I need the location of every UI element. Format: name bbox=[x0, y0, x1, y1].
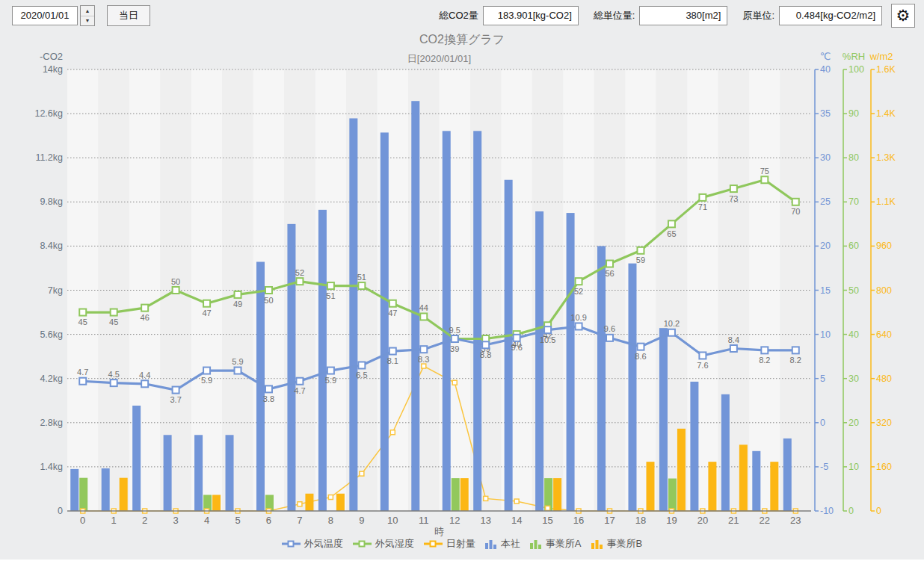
svg-text:47: 47 bbox=[388, 309, 397, 317]
svg-text:70: 70 bbox=[848, 196, 859, 207]
svg-text:23: 23 bbox=[790, 515, 801, 526]
svg-text:11: 11 bbox=[419, 515, 429, 526]
svg-text:10: 10 bbox=[848, 462, 859, 472]
legend-item-temp[interactable]: 外気温度 bbox=[282, 537, 343, 551]
svg-text:12.6kg: 12.6kg bbox=[34, 108, 63, 119]
svg-text:8.8: 8.8 bbox=[480, 350, 491, 359]
svg-text:15: 15 bbox=[542, 515, 552, 526]
legend-item-office-b[interactable]: 事業所B bbox=[591, 537, 643, 551]
legend-label-temp: 外気温度 bbox=[304, 537, 343, 551]
humidity-axis: 1009080706050403020100%RH bbox=[843, 51, 865, 516]
svg-text:2: 2 bbox=[142, 515, 147, 526]
svg-text:10.5: 10.5 bbox=[540, 335, 555, 344]
total-unit-value: 380[m2] bbox=[639, 6, 727, 25]
svg-text:50: 50 bbox=[171, 277, 180, 286]
temp-line-icon bbox=[282, 539, 301, 548]
svg-text:-10: -10 bbox=[820, 506, 834, 516]
svg-text:℃: ℃ bbox=[820, 51, 831, 62]
svg-text:9: 9 bbox=[359, 515, 364, 526]
svg-text:46: 46 bbox=[141, 313, 150, 322]
svg-text:20: 20 bbox=[697, 515, 708, 526]
svg-text:40: 40 bbox=[820, 64, 831, 75]
svg-text:59: 59 bbox=[636, 255, 645, 264]
date-input[interactable]: 2020/01/01 bbox=[12, 6, 78, 25]
svg-text:8.2: 8.2 bbox=[790, 356, 801, 365]
svg-text:70: 70 bbox=[791, 207, 800, 216]
svg-text:7: 7 bbox=[297, 515, 302, 526]
svg-text:16: 16 bbox=[573, 515, 584, 526]
svg-text:2.8kg: 2.8kg bbox=[40, 418, 63, 428]
svg-text:10: 10 bbox=[820, 329, 831, 340]
svg-text:7.6: 7.6 bbox=[697, 361, 708, 370]
svg-text:0: 0 bbox=[80, 515, 85, 526]
svg-text:8: 8 bbox=[328, 515, 333, 526]
svg-text:4.5: 4.5 bbox=[108, 370, 120, 379]
svg-text:4.2kg: 4.2kg bbox=[40, 374, 63, 384]
legend-item-solar[interactable]: 日射量 bbox=[424, 537, 475, 551]
svg-text:50: 50 bbox=[848, 285, 859, 296]
svg-text:47: 47 bbox=[202, 309, 211, 317]
legend-label-office-b: 事業所B bbox=[607, 537, 643, 551]
humidity-line-icon bbox=[353, 539, 372, 548]
legend-label-head-office: 本社 bbox=[501, 537, 520, 551]
svg-text:21: 21 bbox=[728, 515, 739, 526]
svg-text:5: 5 bbox=[820, 374, 825, 384]
svg-text:8.4kg: 8.4kg bbox=[40, 241, 63, 251]
gear-icon: ⚙ bbox=[896, 7, 911, 24]
svg-text:100: 100 bbox=[848, 64, 864, 75]
svg-text:20: 20 bbox=[848, 418, 859, 428]
date-spinner-down-icon[interactable]: ▼ bbox=[81, 16, 94, 26]
temp-axis: 4035302520151050-5-10℃ bbox=[815, 51, 834, 516]
svg-text:480: 480 bbox=[876, 374, 892, 384]
legend-item-office-a[interactable]: 事業所A bbox=[530, 537, 582, 551]
svg-text:51: 51 bbox=[357, 273, 366, 282]
svg-text:1.1K: 1.1K bbox=[876, 196, 896, 207]
svg-text:40: 40 bbox=[848, 329, 859, 340]
settings-button[interactable]: ⚙ bbox=[891, 4, 915, 28]
svg-text:3.7: 3.7 bbox=[170, 395, 181, 404]
svg-text:時: 時 bbox=[434, 526, 444, 536]
svg-text:0: 0 bbox=[876, 506, 881, 516]
svg-text:640: 640 bbox=[876, 329, 892, 340]
total-co2-value: 183.901[kg-CO2] bbox=[483, 6, 579, 25]
svg-text:8.3: 8.3 bbox=[418, 355, 429, 364]
office-a-bars-icon bbox=[530, 539, 542, 549]
footer-strip bbox=[0, 560, 924, 564]
svg-text:56: 56 bbox=[605, 269, 614, 278]
svg-text:17: 17 bbox=[604, 515, 615, 526]
svg-text:10: 10 bbox=[387, 515, 398, 526]
svg-text:51: 51 bbox=[326, 291, 335, 300]
svg-text:12: 12 bbox=[449, 515, 460, 526]
svg-text:52: 52 bbox=[295, 268, 304, 277]
total-co2-label: 総CO2量 bbox=[439, 9, 478, 22]
svg-text:15: 15 bbox=[820, 285, 831, 296]
svg-text:0: 0 bbox=[58, 506, 63, 516]
svg-text:8.2: 8.2 bbox=[759, 356, 770, 365]
svg-text:20: 20 bbox=[820, 241, 831, 251]
x-axis-labels: 01234567891011121314151617181920212223 bbox=[80, 515, 801, 526]
date-spinner-up-icon[interactable]: ▲ bbox=[81, 6, 94, 16]
legend-item-head-office[interactable]: 本社 bbox=[485, 537, 520, 551]
svg-text:44: 44 bbox=[419, 303, 428, 312]
svg-text:0: 0 bbox=[820, 418, 825, 428]
svg-text:10.9: 10.9 bbox=[570, 313, 586, 322]
svg-text:w/m2: w/m2 bbox=[869, 51, 893, 62]
svg-text:10.2: 10.2 bbox=[664, 319, 680, 328]
svg-text:18: 18 bbox=[635, 515, 646, 526]
svg-text:30: 30 bbox=[848, 374, 859, 384]
svg-text:45: 45 bbox=[78, 317, 87, 326]
svg-text:5: 5 bbox=[235, 515, 240, 526]
toolbar: 2020/01/01 ▲ ▼ 当日 総CO2量 183.901[kg-CO2] … bbox=[0, 0, 924, 31]
svg-text:25: 25 bbox=[820, 196, 831, 207]
svg-text:22: 22 bbox=[760, 515, 770, 526]
intensity-value: 0.484[kg-CO2/m2] bbox=[779, 6, 882, 25]
svg-text:1.6K: 1.6K bbox=[876, 64, 896, 75]
legend-item-humidity[interactable]: 外気湿度 bbox=[353, 537, 414, 551]
svg-text:9.8kg: 9.8kg bbox=[40, 196, 63, 207]
svg-text:80: 80 bbox=[848, 152, 859, 163]
today-button[interactable]: 当日 bbox=[107, 5, 150, 26]
chart-canvas: 日[2020/01/01]-CO214kg12.6kg11.2kg9.8kg8.… bbox=[0, 47, 924, 536]
legend-label-solar: 日射量 bbox=[446, 537, 475, 551]
svg-text:9.6: 9.6 bbox=[604, 324, 615, 333]
head-office-bars-icon bbox=[485, 539, 497, 549]
